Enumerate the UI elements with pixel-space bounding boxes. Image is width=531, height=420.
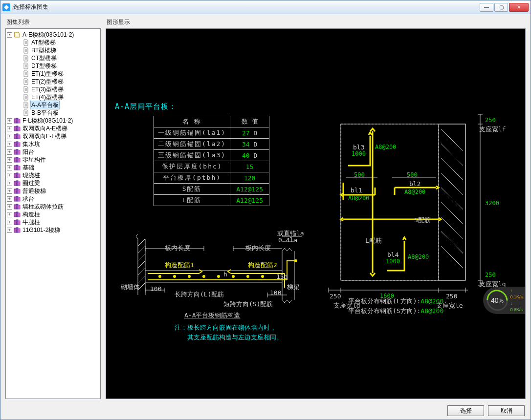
distrib-labels: 平台板分布钢筋(L方向):A8@200 平台板分布钢筋(S方向):A8@200: [348, 296, 443, 316]
tree-item[interactable]: B-B平台板: [16, 109, 99, 117]
svg-rect-39: [14, 142, 16, 147]
tree-item[interactable]: BT型楼梯: [16, 46, 99, 54]
svg-rect-51: [14, 173, 16, 178]
bl4: bl4: [387, 251, 398, 258]
tree-item-label: 现浇桩: [22, 171, 41, 179]
distrib-s-val: A8@200: [420, 307, 443, 315]
svg-line-78: [138, 246, 145, 253]
svg-rect-32: [18, 119, 20, 123]
svg-rect-35: [18, 127, 20, 131]
books-icon: [14, 133, 21, 140]
tree-item[interactable]: +零星构件: [7, 156, 99, 164]
tree-item[interactable]: A-A平台板: [16, 101, 99, 109]
expand-icon[interactable]: +: [7, 157, 12, 163]
tree-item[interactable]: ET(4)型楼梯: [16, 93, 99, 101]
page-icon: [22, 55, 29, 62]
collapse-icon[interactable]: ▪: [7, 32, 12, 38]
dim-w-right: 250: [446, 293, 457, 300]
tree-item-label: ET(1)型楼梯: [30, 70, 65, 78]
select-button[interactable]: 选择: [447, 405, 484, 416]
atlas-tree[interactable]: ▪A-E楼梯(03G101-2)AT型楼梯BT型楼梯CT型楼梯DT型楼梯ET(1…: [5, 28, 101, 399]
expand-icon[interactable]: +: [7, 149, 12, 155]
tree-item[interactable]: +圈过梁: [7, 179, 99, 187]
svg-rect-37: [16, 134, 18, 139]
expand-icon[interactable]: +: [7, 118, 12, 124]
books-icon: [14, 203, 21, 210]
label-04la: 0.4la: [278, 236, 297, 244]
tree-item[interactable]: +F-L楼梯(03G101-2): [7, 117, 99, 125]
tree-item[interactable]: ▪A-E楼梯(03G101-2): [7, 31, 99, 39]
svg-rect-34: [16, 126, 18, 131]
tree-item[interactable]: +双网双向F-L楼梯: [7, 132, 99, 140]
tree-item[interactable]: ET(2)型楼梯: [16, 78, 99, 85]
expand-icon[interactable]: +: [7, 181, 12, 186]
expand-icon[interactable]: +: [7, 220, 12, 225]
label-gz2: 构造配筋2: [248, 261, 277, 270]
expand-icon[interactable]: +: [7, 204, 12, 210]
svg-line-113: [441, 144, 463, 166]
label-d100b: 100: [270, 289, 281, 296]
expand-icon[interactable]: +: [7, 142, 12, 147]
maximize-button[interactable]: ▢: [494, 3, 508, 12]
tree-item[interactable]: +牛腿柱: [7, 218, 99, 226]
books-icon: [14, 227, 21, 233]
svg-rect-52: [16, 173, 18, 178]
books-icon: [14, 180, 21, 187]
page-icon: [22, 47, 29, 54]
tree-item[interactable]: +承台: [7, 195, 99, 203]
tree-item[interactable]: +构造柱: [7, 210, 99, 218]
tree-item[interactable]: +双网双向A-E楼梯: [7, 125, 99, 132]
cancel-button[interactable]: 取消: [488, 405, 525, 416]
book-icon: [14, 31, 21, 38]
tree-item[interactable]: +普通楼梯: [7, 187, 99, 195]
svg-rect-45: [14, 158, 16, 162]
page-icon: [22, 102, 29, 108]
expand-icon[interactable]: +: [7, 228, 12, 233]
section-caption: A-A平台板钢筋构造: [184, 311, 240, 320]
svg-line-118: [441, 217, 463, 239]
tree-item[interactable]: AT型楼梯: [16, 39, 99, 46]
tree-item[interactable]: ET(1)型楼梯: [16, 70, 99, 78]
a8-2: A8@200: [348, 195, 369, 202]
books-icon: [14, 172, 21, 179]
books-icon: [14, 125, 21, 132]
dim-h-mid: 3200: [485, 200, 499, 207]
tree-item-label: DT型楼梯: [30, 62, 58, 70]
tree-item[interactable]: CT型楼梯: [16, 54, 99, 62]
books-icon: [14, 148, 21, 155]
svg-rect-36: [14, 134, 16, 139]
tree-item[interactable]: +墙柱或砌体拉筋: [7, 203, 99, 210]
expand-icon[interactable]: +: [7, 126, 12, 131]
svg-rect-50: [18, 166, 20, 170]
expand-icon[interactable]: +: [7, 196, 12, 202]
tree-item[interactable]: ET(3)型楼梯: [16, 85, 99, 93]
tree-item[interactable]: +11G101-2楼梯: [7, 226, 99, 234]
tree-item-label: 双网双向F-L楼梯: [22, 132, 67, 140]
svg-line-77: [138, 239, 145, 246]
expand-icon[interactable]: +: [7, 134, 12, 139]
tree-item[interactable]: +集水坑: [7, 140, 99, 148]
tree-item[interactable]: +阳台: [7, 148, 99, 156]
expand-icon[interactable]: +: [7, 173, 12, 178]
label-d100a: 100: [150, 285, 161, 293]
expand-icon[interactable]: +: [7, 165, 12, 170]
seat-lf: 支座宽lf: [479, 125, 506, 134]
svg-rect-31: [16, 118, 18, 123]
dim-500b: 500: [407, 171, 418, 178]
tree-item[interactable]: DT型楼梯: [16, 62, 99, 70]
dim-h-top: 250: [485, 117, 496, 124]
speed-widget[interactable]: 40% ↑ 0.1K/s ↓ 0.6K/s: [483, 287, 525, 314]
tree-item-label: AT型楼梯: [30, 39, 57, 46]
svg-point-91: [188, 275, 190, 277]
expand-icon[interactable]: +: [7, 189, 12, 194]
close-button[interactable]: ✕: [509, 3, 529, 12]
expand-icon[interactable]: +: [7, 212, 12, 217]
svg-line-81: [138, 268, 145, 275]
tree-item[interactable]: +现浇桩: [7, 171, 99, 179]
plan-diagram: 250 1600 250 支座宽ld 支座宽le 250 支座宽lf 3200 …: [324, 109, 507, 315]
tree-item[interactable]: +基础: [7, 164, 99, 171]
svg-line-115: [441, 173, 463, 195]
minimize-button[interactable]: —: [480, 3, 493, 12]
svg-rect-69: [14, 220, 16, 225]
svg-rect-58: [16, 189, 18, 193]
